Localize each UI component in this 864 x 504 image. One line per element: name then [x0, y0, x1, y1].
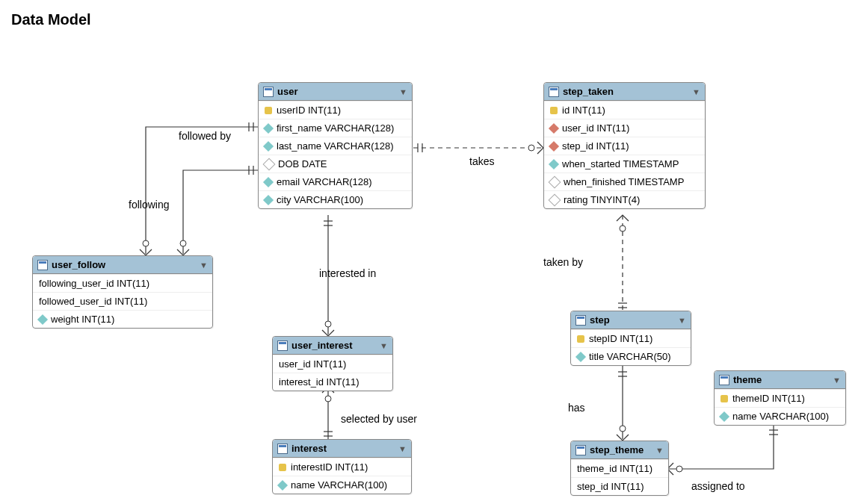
column: email VARCHAR(128) — [259, 172, 412, 190]
entity-name: user_interest — [291, 340, 353, 351]
pk-icon — [265, 107, 272, 114]
attr-icon — [263, 122, 274, 133]
pk-icon — [550, 107, 558, 114]
rel-label-interested-in: interested in — [319, 267, 376, 279]
rel-label-takes: takes — [469, 155, 494, 167]
entity-name: step — [590, 314, 610, 326]
rel-label-selected-by-user: selected by user — [341, 413, 417, 425]
rel-label-following: following — [129, 199, 169, 211]
nullable-icon — [263, 158, 276, 170]
table-icon — [576, 445, 586, 455]
collapse-icon: ▼ — [833, 376, 841, 385]
fk-icon — [549, 140, 559, 151]
pk-icon — [720, 395, 728, 402]
rel-label-has: has — [568, 402, 585, 414]
column-pk: stepID INT(11) — [571, 329, 691, 347]
entity-header: theme ▼ — [715, 371, 845, 389]
rel-label-assigned-to: assigned to — [691, 480, 745, 492]
column: user_id INT(11) — [544, 119, 705, 137]
column: following_user_id INT(11) — [33, 274, 212, 292]
table-icon — [277, 444, 288, 454]
entity-theme[interactable]: theme ▼ themeID INT(11) name VARCHAR(100… — [714, 370, 846, 426]
svg-point-13 — [325, 321, 331, 327]
column: step_id INT(11) — [544, 137, 705, 155]
rel-label-followed-by: followed by — [179, 130, 231, 142]
pk-icon — [279, 464, 286, 471]
svg-point-25 — [620, 426, 626, 432]
svg-point-9 — [528, 145, 534, 151]
column: weight INT(11) — [33, 310, 212, 328]
column: user_id INT(11) — [273, 355, 392, 373]
entity-interest[interactable]: interest ▼ interestID INT(11) name VARCH… — [272, 439, 412, 494]
entity-header: step_theme ▼ — [571, 441, 668, 459]
pk-icon — [577, 335, 584, 343]
entity-name: interest — [291, 443, 327, 454]
collapse-icon: ▼ — [655, 446, 664, 455]
attr-icon — [576, 351, 586, 361]
column-pk: themeID INT(11) — [715, 389, 845, 407]
nullable-icon — [549, 175, 561, 188]
attr-icon — [263, 176, 274, 187]
entity-step-theme[interactable]: step_theme ▼ theme_id INT(11) step_id IN… — [570, 441, 669, 496]
fk-icon — [549, 122, 559, 133]
column: followed_user_id INT(11) — [33, 292, 212, 310]
table-icon — [37, 260, 48, 270]
column-pk: id INT(11) — [544, 101, 705, 119]
entity-name: theme — [733, 374, 762, 385]
column: theme_id INT(11) — [571, 459, 668, 477]
svg-point-19 — [620, 225, 626, 231]
attr-icon — [549, 158, 559, 169]
entity-header: user_interest ▼ — [273, 337, 392, 355]
attr-icon — [277, 479, 288, 490]
column: name VARCHAR(100) — [715, 407, 845, 425]
table-icon — [719, 375, 729, 385]
svg-point-2 — [143, 240, 149, 246]
attr-icon — [719, 411, 729, 421]
column: title VARCHAR(50) — [571, 347, 691, 365]
attr-icon — [263, 140, 274, 151]
entity-header: step_taken ▼ — [544, 83, 705, 101]
entity-header: interest ▼ — [273, 440, 411, 458]
entity-name: user — [277, 86, 297, 97]
page-title: Data Model — [11, 11, 853, 28]
table-icon — [576, 315, 586, 326]
collapse-icon: ▼ — [200, 261, 208, 270]
svg-point-26 — [676, 466, 682, 472]
svg-point-15 — [325, 396, 331, 402]
column: step_id INT(11) — [571, 477, 668, 495]
entity-user-follow[interactable]: user_follow ▼ following_user_id INT(11) … — [32, 255, 213, 329]
table-icon — [263, 87, 274, 97]
column-pk: userID INT(11) — [259, 101, 412, 119]
attr-icon — [37, 314, 48, 324]
collapse-icon: ▼ — [380, 341, 388, 350]
entity-step[interactable]: step ▼ stepID INT(11) title VARCHAR(50) — [570, 311, 691, 366]
entity-header: user_follow ▼ — [33, 256, 212, 274]
entity-step-taken[interactable]: step_taken ▼ id INT(11) user_id INT(11) … — [543, 82, 706, 209]
column: when_started TIMESTAMP — [544, 155, 705, 172]
entity-user[interactable]: user ▼ userID INT(11) first_name VARCHAR… — [258, 82, 413, 209]
collapse-icon: ▼ — [398, 444, 407, 453]
entity-header: user ▼ — [259, 83, 412, 101]
collapse-icon: ▼ — [399, 87, 407, 96]
entity-name: step_taken — [563, 86, 614, 97]
column: when_finished TIMESTAMP — [544, 172, 705, 190]
entity-name: step_theme — [590, 444, 644, 455]
table-icon — [549, 87, 559, 97]
column: first_name VARCHAR(128) — [259, 119, 412, 137]
column: DOB DATE — [259, 155, 412, 172]
attr-icon — [263, 194, 274, 205]
svg-point-5 — [180, 240, 186, 246]
collapse-icon: ▼ — [692, 87, 700, 96]
table-icon — [277, 340, 288, 351]
rel-label-taken-by: taken by — [543, 256, 583, 268]
collapse-icon: ▼ — [678, 316, 686, 325]
entity-header: step ▼ — [571, 311, 691, 329]
column: name VARCHAR(100) — [273, 476, 411, 494]
nullable-icon — [549, 193, 561, 206]
column: city VARCHAR(100) — [259, 190, 412, 208]
column: last_name VARCHAR(128) — [259, 137, 412, 155]
entity-user-interest[interactable]: user_interest ▼ user_id INT(11) interest… — [272, 336, 393, 391]
column: interest_id INT(11) — [273, 373, 392, 391]
column-pk: interestID INT(11) — [273, 458, 411, 476]
column: rating TINYINT(4) — [544, 190, 705, 208]
